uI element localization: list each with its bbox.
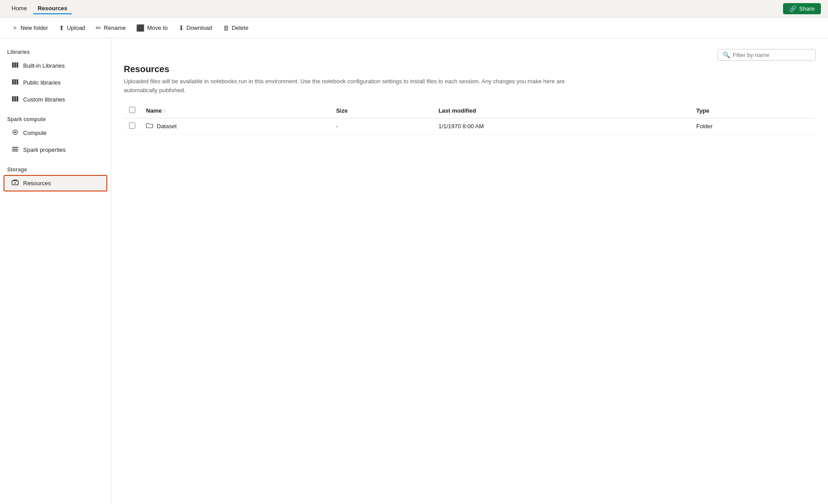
spark-properties-icon [12,146,19,154]
new-folder-icon: ＋ [12,24,18,32]
new-folder-button[interactable]: ＋ New folder [7,21,53,34]
filter-input-wrap[interactable]: 🔍 [718,49,816,61]
download-button[interactable]: ⬇ Download [174,22,217,34]
row-size: - [331,118,433,134]
rename-icon: ✏ [96,24,101,32]
sidebar-item-resources[interactable]: Resources [4,175,107,191]
row-checkbox[interactable] [129,122,135,129]
folder-icon [146,122,153,130]
sidebar-item-compute[interactable]: Compute [4,125,107,141]
svg-rect-12 [12,149,18,150]
content-description: Uploaded files will be available in note… [124,77,569,94]
svg-rect-2 [16,62,18,68]
svg-rect-7 [14,96,16,102]
upload-button[interactable]: ⬆ Upload [54,22,89,34]
share-icon: 🔗 [789,5,796,12]
page-title: Resources [124,64,816,74]
svg-rect-11 [12,147,18,148]
sidebar: Libraries Built-in Libraries Public libr… [0,38,111,504]
header-last-modified[interactable]: Last modified [433,103,691,118]
storage-section-title: Storage [0,163,111,175]
filter-bar: 🔍 [124,49,816,61]
spark-compute-section-title: Spark compute [0,113,111,124]
share-button[interactable]: 🔗 Share [783,3,821,14]
svg-point-10 [14,131,16,133]
table-header-row: Name ↑ Size Last modified Type [124,103,816,118]
svg-rect-8 [16,96,18,102]
table-row[interactable]: Dataset - 1/1/1970 8:00 AM Folder [124,118,816,134]
sidebar-item-built-in-libraries[interactable]: Built-in Libraries [4,57,107,74]
download-icon: ⬇ [179,24,184,32]
row-name: Dataset [141,118,331,134]
svg-rect-1 [14,62,16,68]
custom-libraries-icon [12,95,19,104]
content-area: 🔍 Resources Uploaded files will be avail… [111,38,828,504]
row-type: Folder [691,118,816,134]
sidebar-item-custom-libraries[interactable]: Custom libraries [4,91,107,108]
svg-rect-6 [12,96,14,102]
file-table: Name ↑ Size Last modified Type [124,103,816,134]
header-type[interactable]: Type [691,103,816,118]
main-layout: Libraries Built-in Libraries Public libr… [0,38,828,504]
rename-button[interactable]: ✏ Rename [91,22,130,34]
svg-rect-13 [12,150,18,151]
search-icon: 🔍 [722,51,730,58]
move-to-icon: ⬛ [136,24,145,32]
sidebar-item-spark-properties[interactable]: Spark properties [4,142,107,158]
row-name-text: Dataset [157,123,177,130]
header-name[interactable]: Name ↑ [141,103,331,118]
libraries-section-title: Libraries [0,45,111,57]
svg-point-15 [15,183,16,184]
header-size[interactable]: Size [331,103,433,118]
compute-icon [12,129,19,137]
filter-input[interactable] [733,52,811,58]
public-libraries-icon [12,78,19,87]
nav-resources[interactable]: Resources [33,3,72,14]
move-to-button[interactable]: ⬛ Move to [132,22,172,34]
built-in-libraries-icon [12,61,19,70]
toolbar: ＋ New folder ⬆ Upload ✏ Rename ⬛ Move to… [0,18,828,38]
delete-button[interactable]: 🗑 Delete [219,22,253,34]
svg-rect-5 [16,79,18,85]
svg-rect-0 [12,62,14,68]
row-checkbox-cell [124,118,141,134]
header-checkbox-cell [124,103,141,118]
sidebar-item-public-libraries[interactable]: Public libraries [4,74,107,91]
nav-home[interactable]: Home [7,3,32,14]
select-all-checkbox[interactable] [129,107,135,113]
resources-icon [12,179,19,187]
svg-rect-4 [14,79,16,85]
sort-arrow-icon: ↑ [163,108,166,114]
top-nav: Home Resources 🔗 Share [0,0,828,18]
svg-rect-3 [12,79,14,85]
delete-icon: 🗑 [223,24,230,32]
upload-icon: ⬆ [59,24,65,32]
row-last-modified: 1/1/1970 8:00 AM [433,118,691,134]
